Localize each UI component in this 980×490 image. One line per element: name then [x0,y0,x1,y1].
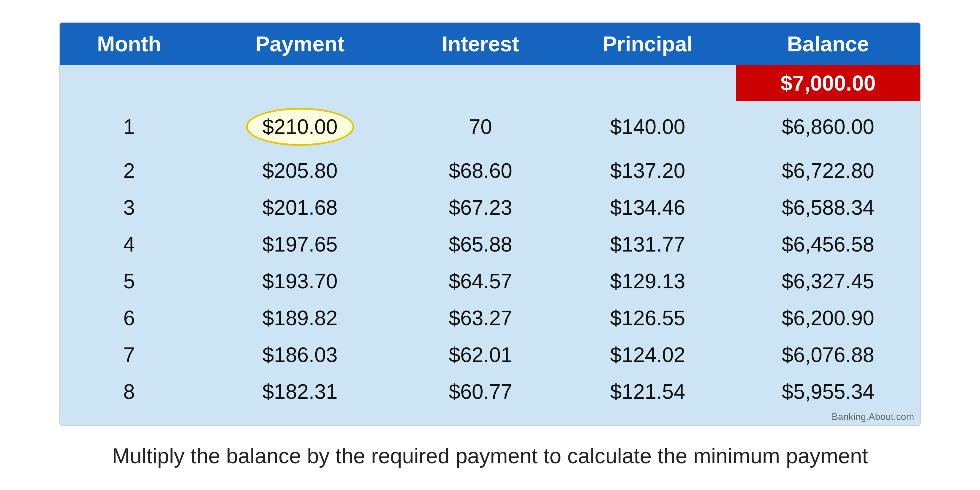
table-row: 6$189.82$63.27$126.55$6,200.90 [60,300,920,336]
cell-month: 2 [60,152,198,189]
cell-balance: $6,327.45 [736,263,920,300]
cell-payment: $210.00 [198,101,401,152]
cell-month: 1 [60,101,198,152]
initial-interest-cell [402,65,560,101]
cell-payment: $186.03 [198,336,401,373]
cell-balance: $6,076.88 [736,336,920,373]
amortization-table: Month Payment Interest Principal Balance… [60,23,920,410]
header-payment: Payment [198,23,401,65]
cell-principal: $140.00 [559,101,736,152]
table-row: 8$182.31$60.77$121.54$5,955.34 [60,373,920,410]
cell-interest: $60.77 [402,373,560,410]
cell-principal: $126.55 [559,300,736,336]
cell-balance: $6,456.58 [736,226,920,263]
cell-month: 7 [60,336,198,373]
amortization-table-wrapper: Month Payment Interest Principal Balance… [59,22,921,426]
cell-balance: $6,860.00 [736,101,920,152]
cell-principal: $131.77 [559,226,736,263]
cell-interest: $67.23 [402,189,560,226]
cell-payment: $182.31 [198,373,401,410]
cell-interest: $65.88 [402,226,560,263]
cell-principal: $137.20 [559,152,736,189]
cell-principal: $129.13 [559,263,736,300]
cell-month: 5 [60,263,198,300]
initial-balance-row: $7,000.00 [60,65,920,101]
payment-oval: $210.00 [246,108,354,146]
cell-balance: $6,588.34 [736,189,920,226]
cell-month: 8 [60,373,198,410]
cell-payment: $197.65 [198,226,401,263]
table-header-row: Month Payment Interest Principal Balance [60,23,920,65]
header-month: Month [60,23,198,65]
cell-month: 6 [60,300,198,336]
cell-balance: $5,955.34 [736,373,920,410]
table-row: 5$193.70$64.57$129.13$6,327.45 [60,263,920,300]
cell-principal: $134.46 [559,189,736,226]
cell-interest: 70 [402,101,560,152]
cell-month: 3 [60,189,198,226]
table-row: 3$201.68$67.23$134.46$6,588.34 [60,189,920,226]
cell-principal: $124.02 [559,336,736,373]
cell-payment: $205.80 [198,152,401,189]
initial-month-cell [60,65,198,101]
table-row: 1$210.0070$140.00$6,860.00 [60,101,920,152]
cell-month: 4 [60,226,198,263]
cell-interest: $68.60 [402,152,560,189]
caption-text: Multiply the balance by the required pay… [112,444,868,468]
header-balance: Balance [736,23,920,65]
header-interest: Interest [402,23,560,65]
table-row: 4$197.65$65.88$131.77$6,456.58 [60,226,920,263]
cell-interest: $62.01 [402,336,560,373]
initial-principal-cell [559,65,736,101]
cell-balance: $6,200.90 [736,300,920,336]
cell-interest: $64.57 [402,263,560,300]
cell-principal: $121.54 [559,373,736,410]
cell-balance: $6,722.80 [736,152,920,189]
initial-balance-cell: $7,000.00 [736,65,920,101]
table-row: 7$186.03$62.01$124.02$6,076.88 [60,336,920,373]
watermark: Banking.About.com [60,410,920,425]
cell-payment: $193.70 [198,263,401,300]
cell-interest: $63.27 [402,300,560,336]
header-principal: Principal [559,23,736,65]
initial-payment-cell [198,65,401,101]
table-row: 2$205.80$68.60$137.20$6,722.80 [60,152,920,189]
cell-payment: $189.82 [198,300,401,336]
cell-payment: $201.68 [198,189,401,226]
